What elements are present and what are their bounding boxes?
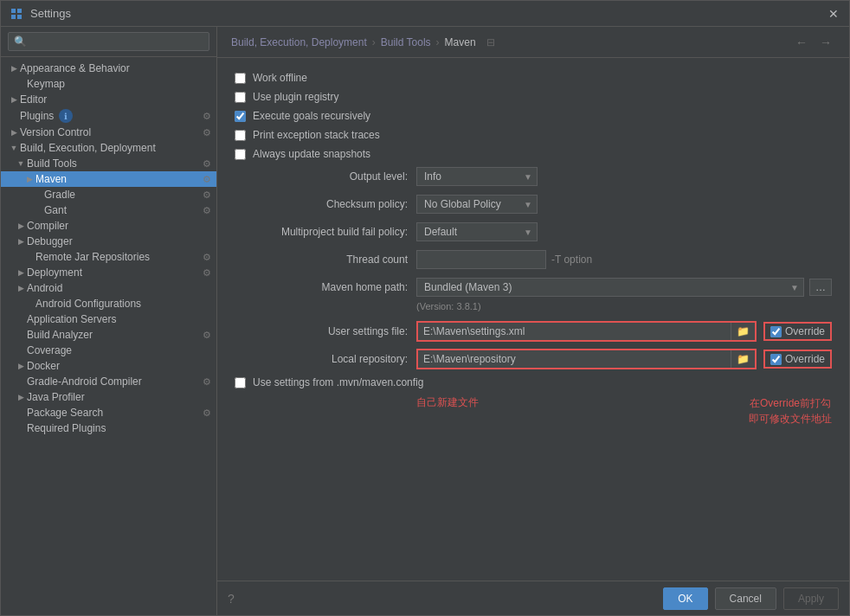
maven-home-control: Bundled (Maven 3) Custom ▼ … [416,278,832,297]
svg-rect-1 [17,9,22,13]
tree-arrow-maven: ▶ [23,175,35,183]
tree-label-java-profiler: Java Profiler [27,391,85,403]
user-settings-input[interactable] [418,323,731,340]
use-plugin-checkbox[interactable] [235,92,246,103]
nav-back-button[interactable]: ← [792,34,811,51]
main-content: ▶Appearance & BehaviorKeymap▶EditorPlugi… [1,27,849,615]
tree-label-docker: Docker [27,360,60,372]
breadcrumb-nav: ← → [792,34,835,51]
sidebar-item-android[interactable]: ▶Android [1,280,216,296]
tree-arrow-editor: ▶ [8,95,20,104]
svg-rect-3 [17,15,22,19]
tree-action-gradle: ⚙ [203,189,211,201]
ok-button[interactable]: OK [663,587,707,610]
multiproject-control: Default Fail At End Never Fail ▼ [416,222,832,241]
sidebar-item-plugins[interactable]: Pluginsℹ⚙ [1,107,216,125]
checksum-policy-dropdown-wrapper: Fail Warn No Global Policy ▼ [416,195,538,214]
user-settings-browse-button[interactable]: 📁 [731,323,755,340]
sidebar-item-build-analyzer[interactable]: Build Analyzer⚙ [1,327,216,343]
sidebar-item-appearance[interactable]: ▶Appearance & Behavior [1,61,216,76]
tree-arrow-build-tools: ▼ [15,159,27,168]
execute-goals-checkbox[interactable] [235,111,246,122]
tree-label-deployment: Deployment [27,266,82,279]
close-button[interactable]: ✕ [827,7,840,21]
tree-label-android-configs: Android Configurations [35,298,141,310]
local-repo-row: Local repository: 📁 Override [235,349,832,369]
user-settings-override-label: Override [785,325,825,337]
search-container [1,27,216,57]
window-title: Settings [30,7,827,20]
use-settings-checkbox[interactable] [235,377,246,388]
tree-action-plugins: ⚙ [203,111,211,122]
sidebar-item-docker[interactable]: ▶Docker [1,358,216,374]
sidebar-item-build-execution[interactable]: ▼Build, Execution, Deployment [1,140,216,156]
sidebar-item-android-configs[interactable]: Android Configurations [1,296,216,311]
execute-goals-label: Execute goals recursively [253,110,370,122]
tree-action-build-analyzer: ⚙ [203,330,211,341]
tree-label-app-servers: Application Servers [27,313,116,325]
tree-label-gant: Gant [44,204,67,216]
tree-arrow-deployment: ▶ [15,268,27,277]
tree-label-required-plugins: Required Plugins [27,422,106,434]
local-repo-browse-button[interactable]: 📁 [731,350,755,368]
maven-home-dropdown[interactable]: Bundled (Maven 3) Custom [416,278,804,297]
sidebar-item-keymap[interactable]: Keymap [1,76,216,92]
apply-button[interactable]: Apply [783,587,839,610]
annotations: 自己新建文件 在Override前打勾 即可修改文件地址 [416,395,832,427]
multiproject-dropdown[interactable]: Default Fail At End Never Fail [416,222,538,241]
tree-label-remote-jar: Remote Jar Repositories [35,251,150,263]
sidebar-item-remote-jar[interactable]: Remote Jar Repositories⚙ [1,249,216,265]
sidebar-item-deployment[interactable]: ▶Deployment⚙ [1,265,216,280]
sidebar-item-gant[interactable]: Gant⚙ [1,202,216,218]
print-exception-checkbox[interactable] [235,130,246,141]
sidebar-item-gradle[interactable]: Gradle⚙ [1,187,216,202]
always-update-checkbox[interactable] [235,149,246,160]
breadcrumb-part-1: Build, Execution, Deployment [231,36,367,48]
maven-home-browse-button[interactable]: … [809,279,832,296]
always-update-row: Always update snapshots [235,148,832,160]
work-offline-row: Work offline [235,72,832,84]
nav-forward-button[interactable]: → [816,34,835,51]
local-repo-override-checkbox[interactable] [770,354,782,365]
user-settings-override-checkbox[interactable] [770,326,782,337]
tree-arrow-build-execution: ▼ [8,144,20,152]
sidebar-item-compiler[interactable]: ▶Compiler [1,218,216,234]
work-offline-checkbox[interactable] [235,73,246,84]
local-repo-input[interactable] [418,350,731,368]
tree-action-gradle-android: ⚙ [203,376,211,388]
search-input[interactable] [8,32,209,51]
tree-arrow-docker: ▶ [15,362,27,370]
maven-home-dropdown-wrapper: Bundled (Maven 3) Custom ▼ [416,278,804,297]
use-settings-row: Use settings from .mvn/maven.config [235,376,832,388]
tree-action-package-search: ⚙ [203,407,211,419]
output-level-dropdown[interactable]: Quiet Info Debug [416,167,538,186]
cancel-button[interactable]: Cancel [715,587,776,610]
tree-action-gant: ⚙ [203,205,211,216]
sidebar-item-version-control[interactable]: ▶Version Control⚙ [1,125,216,140]
sidebar-item-required-plugins[interactable]: Required Plugins [1,420,216,436]
tree-arrow-debugger: ▶ [15,237,27,246]
tree-label-package-search: Package Search [27,407,103,419]
work-offline-label: Work offline [253,72,307,84]
sidebar-item-coverage[interactable]: Coverage [1,343,216,358]
app-icon [10,7,23,21]
sidebar-item-gradle-android[interactable]: Gradle-Android Compiler⚙ [1,374,216,389]
sidebar-item-package-search[interactable]: Package Search⚙ [1,405,216,420]
checksum-policy-dropdown[interactable]: Fail Warn No Global Policy [416,195,538,214]
sidebar-item-debugger[interactable]: ▶Debugger [1,234,216,249]
local-repo-control: 📁 Override [416,349,832,369]
sidebar-item-app-servers[interactable]: Application Servers [1,311,216,327]
thread-count-input[interactable] [416,250,546,269]
sidebar-item-build-tools[interactable]: ▼Build Tools⚙ [1,156,216,171]
execute-goals-row: Execute goals recursively [235,110,832,122]
tree-arrow-android: ▶ [15,284,27,292]
local-repo-override-group: Override [763,350,832,369]
sidebar-item-maven[interactable]: ▶Maven⚙ [1,171,216,187]
sidebar-item-editor[interactable]: ▶Editor [1,92,216,107]
sidebar-item-java-profiler[interactable]: ▶Java Profiler [1,389,216,405]
tree-label-coverage: Coverage [27,344,72,356]
user-settings-label: User settings file: [235,325,408,337]
help-button[interactable]: ? [228,592,235,606]
local-repo-label: Local repository: [235,353,408,365]
tree-label-android: Android [27,282,62,294]
